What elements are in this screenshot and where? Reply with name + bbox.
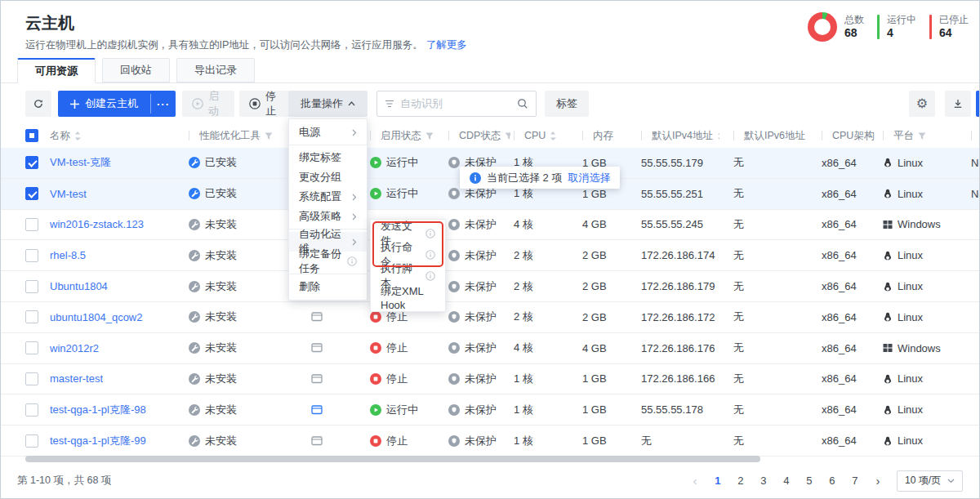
cell-platform: Linux <box>876 434 964 447</box>
refresh-button[interactable] <box>25 91 51 117</box>
vm-name-link[interactable]: ubuntu1804_qcow2 <box>50 311 143 323</box>
console-icon[interactable] <box>311 373 323 385</box>
menu-item-绑定标签[interactable]: 绑定标签 <box>289 148 367 167</box>
page-3[interactable]: 3 <box>755 471 773 491</box>
sort-icon[interactable] <box>74 131 81 140</box>
select-all-checkbox[interactable] <box>25 129 38 142</box>
page-1[interactable]: 1 <box>709 471 727 491</box>
header-ipv4: 默认IPv4地址 <box>618 129 719 143</box>
deselect-link[interactable]: 取消选择 <box>568 171 610 185</box>
tab-回收站[interactable]: 回收站 <box>102 58 170 82</box>
filter-icon[interactable] <box>425 132 434 140</box>
table-header-row: 名称性能优化工具启用状态CDP状态CPU内存默认IPv4地址默认IPv6地址CP… <box>1 123 980 148</box>
sort-icon[interactable] <box>550 131 556 140</box>
page-size-select[interactable]: 10 项/页 <box>897 470 963 492</box>
linux-icon <box>883 282 893 292</box>
next-page-button[interactable]: › <box>869 471 887 491</box>
header-separator <box>582 131 583 140</box>
header-label: 名称 <box>50 129 70 143</box>
batch-operations-button[interactable]: 批量操作 <box>288 91 368 117</box>
filter-icon[interactable] <box>918 132 926 140</box>
menu-item-更改分组[interactable]: 更改分组 <box>289 167 367 187</box>
vm-name-link[interactable]: VM-test <box>50 188 87 200</box>
row-checkbox[interactable] <box>25 156 38 169</box>
vm-name-link[interactable]: test-qga-1-pl克隆-98 <box>50 403 146 417</box>
row-checkbox[interactable] <box>25 341 38 354</box>
header-label: 启用状态 <box>381 129 421 143</box>
more-actions-button[interactable]: ··· <box>151 91 176 117</box>
vm-name-link[interactable]: Ubuntu1804 <box>50 280 108 292</box>
page-6[interactable]: 6 <box>823 471 841 491</box>
cell-platform: Linux <box>876 311 964 323</box>
info-icon <box>425 250 435 260</box>
menu-item-高级策略[interactable]: 高级策略 <box>289 207 367 226</box>
console-icon[interactable] <box>311 342 323 354</box>
opt-tool-text: 未安装 <box>205 279 237 294</box>
filter-icon[interactable] <box>265 132 273 140</box>
vm-name-link[interactable]: VM-test-克隆 <box>50 155 111 170</box>
cell-state: 停止 <box>367 434 448 448</box>
cell-opt-tool: 未安装 <box>189 310 288 324</box>
row-checkbox[interactable] <box>25 310 38 323</box>
row-checkbox[interactable] <box>25 372 38 385</box>
console-icon[interactable] <box>311 435 323 447</box>
horizontal-scrollbar[interactable] <box>25 456 760 462</box>
stat-divider-bar <box>929 15 932 39</box>
console-icon[interactable] <box>311 404 323 416</box>
row-checkbox[interactable] <box>25 280 38 293</box>
search-icon[interactable] <box>517 98 528 109</box>
submenu-item-绑定XML Hook[interactable]: 绑定XML Hook <box>371 287 445 308</box>
ipv6-text: 无 <box>733 341 744 355</box>
stop-button[interactable]: 停止 <box>239 91 292 117</box>
menu-item-系统配置[interactable]: 系统配置 <box>289 187 367 207</box>
agent-status-icon <box>189 373 200 385</box>
stat-value: 68 <box>844 26 864 40</box>
tab-导出记录[interactable]: 导出记录 <box>176 58 255 82</box>
filter-icon[interactable] <box>505 132 510 140</box>
table-row: Ubuntu1804未安装未保护2 核2 GB172.26.186.179无x8… <box>1 271 980 302</box>
row-checkbox[interactable] <box>25 249 38 262</box>
cell-arch: x86_64 <box>817 434 876 447</box>
page-4[interactable]: 4 <box>777 471 795 491</box>
tag-button[interactable]: 标签 <box>545 91 589 117</box>
header-separator <box>971 131 972 140</box>
cell-platform: Windows <box>876 218 964 230</box>
prev-page-button[interactable]: ‹ <box>686 471 704 491</box>
arch-text: x86_64 <box>822 280 857 292</box>
ha-text: None <box>971 188 980 200</box>
menu-item-电源[interactable]: 电源 <box>289 123 367 142</box>
cell-mem: 1 GB <box>563 188 618 200</box>
vm-name-link[interactable]: rhel-8.5 <box>50 249 86 261</box>
header-label: 平台 <box>893 129 914 143</box>
search-placeholder: 自动识别 <box>400 96 511 111</box>
create-vm-button[interactable]: 创建云主机 <box>58 91 150 117</box>
page-2[interactable]: 2 <box>732 471 750 491</box>
stopped-status-icon <box>370 311 381 323</box>
vm-name-link[interactable]: master-test <box>50 372 103 385</box>
export-button[interactable] <box>945 91 971 117</box>
arch-text: x86_64 <box>822 157 857 169</box>
menu-item-绑定备份任务[interactable]: 绑定备份任务 <box>289 252 367 271</box>
learn-more-link[interactable]: 了解更多 <box>426 39 467 51</box>
row-checkbox[interactable] <box>25 218 38 231</box>
clipped-button[interactable] <box>976 91 980 117</box>
vm-name-link[interactable]: win2016-zstack.123 <box>50 218 144 230</box>
cdp-status-icon <box>448 281 460 292</box>
vm-name-link[interactable]: test-qga-1-pl克隆-99 <box>50 434 146 448</box>
menu-item-删除[interactable]: 删除 <box>289 277 367 296</box>
row-checkbox[interactable] <box>25 403 38 417</box>
search-box[interactable]: 自动识别 <box>376 91 537 117</box>
chevron-up-icon <box>348 101 355 106</box>
start-button[interactable]: 启动 <box>182 91 234 117</box>
menu-item-label: 电源 <box>299 125 348 140</box>
page-7[interactable]: 7 <box>846 471 864 491</box>
console-icon[interactable] <box>311 311 323 323</box>
row-checkbox[interactable] <box>25 434 38 448</box>
page-5[interactable]: 5 <box>800 471 818 491</box>
chevron-right-icon <box>352 129 357 136</box>
cell-cpu: 2 核 <box>510 310 563 324</box>
vm-name-link[interactable]: win2012r2 <box>50 342 99 354</box>
column-settings-button[interactable]: ⚙ <box>909 91 935 117</box>
tab-可用资源[interactable]: 可用资源 <box>17 58 96 83</box>
row-checkbox[interactable] <box>25 187 38 200</box>
